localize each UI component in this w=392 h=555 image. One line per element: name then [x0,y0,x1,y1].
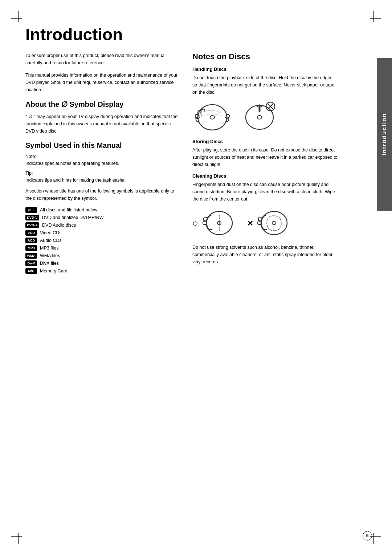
badge-all-label: All discs and file listed below [40,207,97,212]
about-section-title: About the ∅ Symbol Display [25,100,178,109]
page-container: Introduction 5 Introduction To ensure pr… [0,0,392,555]
note-label: Note: [25,154,178,159]
sidebar-tab-label: Introduction [381,113,388,155]
corner-mark-tl-v [18,11,19,22]
badge-acd-label: Audio CDs [40,238,62,243]
symbol-section-title: Symbol Used in this Manual [25,141,178,150]
corner-mark-bl-h [11,536,22,537]
badge-all: ALL [25,207,37,213]
x-symbol: × [248,218,253,229]
list-item: VCD Video CDs [25,230,178,236]
cleaning-images: ○ × [192,208,338,239]
content-area: To ensure proper use of this product, pl… [25,52,370,276]
cleaning-good: ○ [192,208,237,239]
badge-vcd-label: Video CDs [40,230,62,235]
badge-dvdv-label: DVD and finalized DVD±R/RW [42,215,104,220]
storing-text: After playing, store the disc in its cas… [192,146,338,168]
badge-dvdv: DVD-V [25,215,39,220]
list-item: DVD-V DVD and finalized DVD±R/RW [25,215,178,220]
corner-mark-tl-h [11,18,22,19]
solvents-text: Do not use strong solvents such as alcoh… [192,244,338,266]
badge-mp3: MP3 [25,245,37,251]
applicable-text: A section whose title has one of the fol… [25,187,178,202]
list-item: DivX DivX files [25,260,178,266]
cleaning-bad: × [248,208,291,239]
note-text: Indicates special notes and operating fe… [25,160,178,167]
page-title: Introduction [25,25,370,44]
list-item: MP3 MP3 files [25,245,178,251]
tip-label: Tip: [25,171,178,176]
badge-mc-label: Memory Card [40,268,68,274]
corner-mark-tr-h [370,18,381,19]
svg-point-11 [261,211,287,235]
cleaning-text: Fingerprints and dust on the disc can ca… [192,181,338,203]
about-section-text: " ∅ " may appear on your TV display duri… [25,113,178,135]
list-item: DVD-A DVD Audio discs [25,222,178,228]
badge-divx-label: DivX files [40,261,59,266]
badge-wma-label: WMA files [40,253,60,258]
badge-dvda: DVD-A [25,222,39,228]
circle-symbol: ○ [192,218,198,229]
notes-on-discs-title: Notes on Discs [192,52,338,61]
intro-para2: This manual provides information on the … [25,72,178,93]
handling-images [192,101,338,134]
badge-mc: M/C [25,268,37,274]
disc-good-icon [192,101,232,134]
symbol-list: ALL All discs and file listed below DVD-… [25,207,178,274]
sidebar-tab: Introduction [377,58,392,211]
cleaning-good-icon [200,208,237,239]
badge-dvda-label: DVD Audio discs [42,223,76,228]
badge-divx: DivX [25,260,37,266]
storing-title: Storing Discs [192,139,338,144]
corner-mark-br-v [373,533,374,544]
badge-acd: ACD [25,238,37,243]
corner-mark-tr-v [373,11,374,22]
svg-point-1 [210,116,215,119]
svg-point-0 [198,105,227,130]
tip-text: Indicates tips and hints for making the … [25,177,178,184]
right-column: Notes on Discs Handling Discs Do not tou… [192,52,338,276]
svg-point-12 [272,221,276,224]
list-item: WMA WMA files [25,253,178,259]
list-item: M/C Memory Card [25,268,178,274]
handling-title: Handling Discs [192,66,338,72]
list-item: ACD Audio CDs [25,238,178,243]
badge-wma: WMA [25,253,37,259]
list-item: ALL All discs and file listed below [25,207,178,213]
badge-mp3-label: MP3 files [40,246,58,251]
svg-point-3 [257,116,262,119]
page-number: 5 [363,531,372,540]
cleaning-bad-icon [255,208,291,239]
badge-vcd: VCD [25,230,37,236]
intro-para1: To ensure proper use of this product, pl… [25,52,178,66]
left-column: To ensure proper use of this product, pl… [25,52,178,276]
handling-text: Do not touch the playback side of the di… [192,74,338,96]
corner-mark-bl-v [18,533,19,544]
cleaning-title: Cleaning Discs [192,173,338,179]
disc-bad-icon [240,101,279,134]
